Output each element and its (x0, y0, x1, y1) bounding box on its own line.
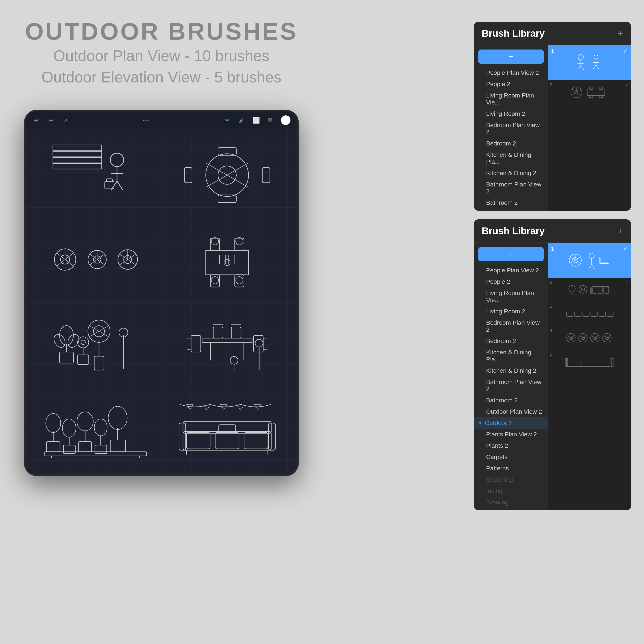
brush-list-item[interactable]: › Kitchen & Dining Pla... (474, 149, 548, 167)
brush-list-item[interactable]: › People 2 (474, 79, 548, 90)
svg-rect-110 (45, 452, 147, 456)
drawing-cell-trees (30, 302, 161, 386)
svg-point-48 (236, 237, 243, 245)
library-plus-1[interactable]: + (617, 28, 623, 39)
chevron-icon: › (478, 432, 483, 437)
brush-list-item-drawing[interactable]: › Drawing (474, 497, 548, 508)
redo-icon[interactable]: ↪ (47, 116, 55, 124)
brush-tool[interactable]: 🖌 (238, 116, 246, 124)
svg-rect-177 (604, 287, 608, 294)
brush-list-item[interactable]: › Living Room 2 (474, 108, 548, 120)
brush-preview-1: 1 ✓ (548, 45, 631, 211)
drawing-cell-sofa-elevation (162, 386, 293, 470)
brush-add-button-2[interactable]: + (478, 247, 544, 261)
svg-line-208 (607, 336, 611, 338)
eraser-tool[interactable]: ⬜ (252, 116, 260, 124)
brush-list-item[interactable]: › Bedroom 2 (474, 138, 548, 149)
title-area: OUTDOOR BRUSHES Outdoor Plan View - 10 b… (25, 17, 298, 88)
brush-list-item[interactable]: › Kitchen & Dining 2 (474, 167, 548, 179)
svg-rect-180 (567, 312, 573, 316)
svg-point-49 (211, 277, 219, 284)
brush-library-2: Brush Library + + › People Plan View 2 ›… (474, 219, 631, 510)
brush-list-item[interactable]: › Living Room 2 (474, 306, 548, 317)
brush-list-item[interactable]: › People Plan View 2 (474, 265, 548, 276)
drawing-cell-outdoor-dining (162, 302, 293, 386)
chevron-icon: › (478, 171, 483, 176)
brush-list-item[interactable]: › Patterns (474, 463, 548, 474)
brush-item-name-outdoor: Outdoor 2 (485, 420, 544, 427)
svg-point-4 (110, 153, 124, 167)
layers-tool[interactable]: ⧉ (266, 116, 274, 124)
arrow-icon[interactable]: ↗ (61, 116, 69, 124)
svg-rect-77 (191, 335, 201, 352)
svg-line-203 (595, 336, 599, 338)
svg-rect-81 (213, 327, 223, 338)
chevron-icon: › (478, 70, 483, 75)
drawing-cell-umbrella (162, 133, 293, 217)
chevron-icon: › (478, 338, 483, 344)
brush-list-item[interactable]: › Bathroom Plan View 2 (474, 179, 548, 197)
svg-point-106 (94, 419, 107, 436)
chevron-icon: › (478, 185, 483, 191)
brush-list-item-sketching[interactable]: › Sketching (474, 474, 548, 485)
svg-point-100 (62, 419, 76, 437)
svg-point-56 (60, 326, 73, 345)
brush-list-item[interactable]: › Bathroom 2 (474, 197, 548, 208)
brush-list-item-inking[interactable]: › Inking (474, 485, 548, 497)
brush-list-item[interactable]: › Living Room Plan Vie... (474, 287, 548, 306)
brush-list-item[interactable]: › People Plan View 2 (474, 67, 548, 79)
svg-rect-163 (600, 258, 608, 262)
preview-img-area-4 (550, 330, 629, 346)
svg-rect-42 (206, 250, 249, 275)
brush-list-item[interactable]: › Plants 2 (474, 440, 548, 451)
brush-item-name: Kitchen & Dining 2 (486, 367, 544, 374)
brush-list-item[interactable]: › Bedroom Plan View 2 (474, 317, 548, 335)
preview-item-4: 4 (548, 326, 631, 350)
brush-list-item[interactable]: › Plants Plan View 2 (474, 429, 548, 440)
brush-list-item[interactable]: › Bedroom 2 (474, 335, 548, 347)
preview-check: ✓ (623, 48, 628, 55)
chevron-icon: › (478, 111, 483, 116)
svg-line-16 (227, 175, 249, 187)
library-plus-2[interactable]: + (617, 225, 623, 236)
brush-item-name: Bathroom 2 (486, 397, 544, 404)
subtitle-line1: Outdoor Plan View - 10 brushes (25, 45, 298, 67)
preview-img-area-5 (550, 354, 629, 370)
brush-add-button-1[interactable]: + (478, 50, 544, 64)
brush-list-item[interactable]: › Bedroom Plan View 2 (474, 120, 548, 138)
brush-item-name: Bedroom Plan View 2 (486, 319, 544, 333)
brush-list-item[interactable]: › Kitchen & Dining Pla... (474, 347, 548, 365)
brush-item-name: Bathroom Plan View 2 (486, 181, 544, 195)
brush-list-item-outdoor-active[interactable]: ✒ Outdoor 2 (474, 417, 548, 429)
preview-item-2b: 2 ✓ (548, 278, 631, 302)
chevron-icon: › (478, 353, 483, 359)
brush-item-name: Kitchen & Dining 2 (486, 170, 544, 177)
library-header-2: Brush Library + (474, 219, 631, 243)
svg-rect-17 (218, 148, 236, 155)
color-picker[interactable] (281, 115, 290, 125)
svg-point-50 (236, 277, 243, 284)
brush-list-item[interactable]: › Outdoor Plan View 2 (474, 406, 548, 417)
svg-line-136 (593, 65, 596, 69)
brush-list-item[interactable]: › Living Room Plan Vie... (474, 90, 548, 108)
preview-svg-people-plan (568, 52, 611, 73)
more-icon[interactable]: ••• (143, 118, 149, 123)
brush-list-item[interactable]: › Kitchen & Dining 2 (474, 365, 548, 376)
preview-img-area (550, 84, 629, 101)
subtitle-line2: Outdoor Elevation View - 5 brushes (25, 67, 298, 88)
preview-number-2b: 2 (550, 280, 552, 285)
preview-svg-row3 (565, 308, 613, 320)
svg-point-62 (81, 340, 85, 345)
brush-list-item[interactable]: › Bathroom Plan View 2 (474, 376, 548, 395)
brush-list-item[interactable]: › Bathroom 2 (474, 395, 548, 406)
svg-line-171 (583, 287, 587, 289)
brush-list-item[interactable]: › People 2 (474, 276, 548, 287)
svg-rect-85 (231, 327, 241, 338)
svg-line-71 (99, 331, 109, 337)
pen-tool[interactable]: ✏ (223, 116, 231, 124)
svg-point-92 (255, 339, 263, 347)
undo-icon[interactable]: ↩ (32, 116, 40, 124)
brush-list-item[interactable]: › Carpets (474, 451, 548, 463)
svg-line-137 (596, 65, 599, 69)
tablet-toolbar: ↩ ↪ ↗ ••• ✏ 🖌 ⬜ ⧉ (26, 111, 297, 129)
